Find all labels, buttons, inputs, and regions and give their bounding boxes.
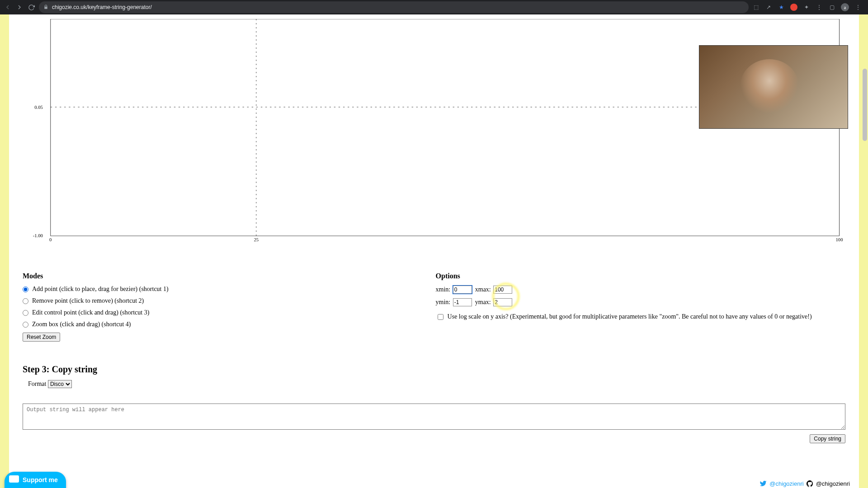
xmax-label: xmax: — [475, 286, 491, 293]
support-me-button[interactable]: Support me — [5, 472, 66, 488]
profile-icon[interactable]: a — [841, 3, 849, 11]
back-icon[interactable] — [4, 3, 12, 11]
support-label: Support me — [23, 476, 58, 483]
logscale-label: Use log scale on y axis? (Experimental, … — [448, 313, 812, 321]
mode-edit-label: Edit control point (click and drag) (sho… — [32, 309, 149, 316]
mode-add-point[interactable]: Add point (click to place, drag for bezi… — [23, 286, 418, 293]
ymax-input[interactable] — [493, 298, 512, 306]
mode-zoom-radio[interactable] — [23, 322, 28, 328]
lock-icon — [43, 5, 48, 10]
options-panel: Options xmin: xmax: ymin: ymax: Use log … — [436, 272, 845, 342]
format-select[interactable]: Disco — [48, 380, 72, 388]
kebab-icon[interactable]: ⋮ — [854, 4, 862, 11]
mode-zoom-label: Zoom box (click and drag) (shortcut 4) — [32, 321, 131, 328]
mode-remove-point[interactable]: Remove point (click to remove) (shortcut… — [23, 297, 418, 305]
url-bar[interactable]: chigozie.co.uk/keyframe-string-generator… — [39, 1, 749, 13]
xmax-input[interactable] — [493, 286, 512, 294]
url-text: chigozie.co.uk/keyframe-string-generator… — [52, 4, 152, 10]
xtick-0: 0 — [49, 238, 52, 242]
ytick-mid: 0.05 — [34, 105, 43, 110]
bookmark-star-icon[interactable]: ★ — [778, 4, 785, 11]
translate-icon[interactable]: ⬚ — [752, 4, 760, 11]
ytick-bottom: -1.00 — [33, 234, 43, 238]
ymax-label: ymax: — [475, 299, 491, 305]
modes-panel: Modes Add point (click to place, drag fo… — [23, 272, 418, 342]
browser-toolbar: chigozie.co.uk/keyframe-string-generator… — [0, 0, 868, 14]
ymin-label: ymin: — [436, 299, 451, 305]
extension-red-icon[interactable] — [790, 4, 797, 11]
reload-icon[interactable] — [27, 3, 35, 11]
twitter-icon[interactable] — [760, 480, 767, 487]
modes-heading: Modes — [23, 272, 418, 280]
output-textarea[interactable] — [23, 404, 845, 430]
xtick-25: 25 — [254, 238, 259, 242]
forward-icon[interactable] — [15, 3, 24, 11]
mode-add-label: Add point (click to place, drag for bezi… — [32, 286, 169, 293]
mode-add-radio[interactable] — [23, 286, 28, 292]
format-label: Format — [28, 380, 46, 387]
github-handle[interactable]: @chigozienri — [816, 480, 850, 487]
xmin-label: xmin: — [436, 286, 451, 293]
xtick-100: 100 — [836, 238, 843, 242]
reset-zoom-button[interactable]: Reset Zoom — [23, 333, 60, 342]
xmin-input[interactable] — [453, 286, 472, 294]
options-heading: Options — [436, 272, 845, 280]
mode-edit-radio[interactable] — [23, 310, 28, 316]
puzzle-icon[interactable]: ✦ — [803, 4, 810, 11]
footer-social: @chigozienri @chigozienri — [760, 480, 850, 487]
copy-string-button[interactable]: Copy string — [810, 434, 845, 443]
panel-icon[interactable]: ▢ — [828, 4, 835, 11]
mode-zoom-box[interactable]: Zoom box (click and drag) (shortcut 4) — [23, 321, 418, 328]
webcam-overlay — [699, 45, 848, 129]
page-scrollbar[interactable] — [863, 69, 867, 141]
github-icon[interactable] — [807, 480, 813, 487]
share-icon[interactable]: ↗ — [765, 4, 772, 11]
twitter-handle[interactable]: @chigozienri — [769, 480, 803, 487]
ymin-input[interactable] — [453, 298, 472, 306]
logscale-checkbox[interactable] — [438, 314, 443, 320]
mode-remove-radio[interactable] — [23, 298, 28, 304]
step3-heading: Step 3: Copy string — [23, 364, 845, 375]
mode-edit-control[interactable]: Edit control point (click and drag) (sho… — [23, 309, 418, 316]
mode-remove-label: Remove point (click to remove) (shortcut… — [32, 297, 144, 305]
extension-icons: ⬚ ↗ ★ ✦ ⋮ ▢ a ⋮ — [752, 3, 864, 11]
menu-dots-icon[interactable]: ⋮ — [816, 4, 823, 11]
